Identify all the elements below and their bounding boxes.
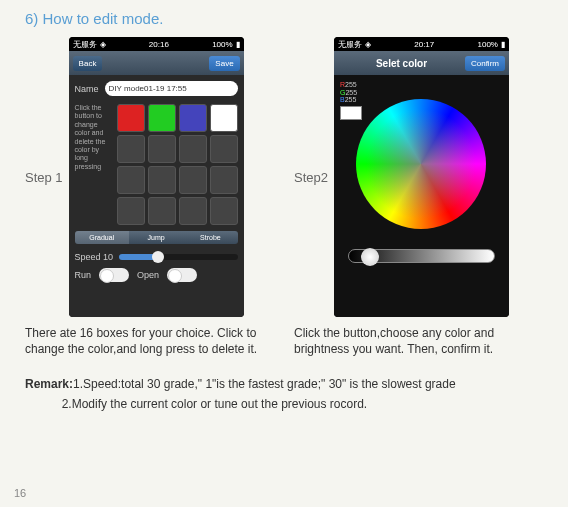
section-title: 6) How to edit mode. (25, 10, 543, 27)
phone-step2: 无服务 ◈ 20:17 100% ▮ Selet color Confirm (334, 37, 509, 317)
nav-bar: Back Save (69, 51, 244, 75)
brightness-slider[interactable] (348, 249, 495, 263)
color-cell-7[interactable] (179, 135, 207, 163)
hint-text: Click the button to change color and del… (75, 104, 113, 225)
steps-container: Step 1 无服务 ◈ 20:16 100% ▮ Back Save (25, 37, 543, 357)
color-cell-5[interactable] (117, 135, 145, 163)
rgb-display: R255 G255 B255 (340, 81, 362, 120)
color-cell-16[interactable] (210, 197, 238, 225)
remark-block: Remark:1.Speed:total 30 grade," 1"is the… (25, 375, 543, 413)
name-label: Name (75, 84, 99, 94)
color-cell-12[interactable] (210, 166, 238, 194)
remark-line1: 1.Speed:total 30 grade," 1"is the fastes… (73, 377, 456, 391)
color-cell-1[interactable] (117, 104, 145, 132)
save-button[interactable]: Save (209, 56, 239, 71)
tab-jump[interactable]: Jump (129, 231, 183, 244)
status-bar: 无服务 ◈ 20:16 100% ▮ (69, 37, 244, 51)
color-picker-content: R255 G255 B255 (334, 75, 509, 317)
color-cell-9[interactable] (117, 166, 145, 194)
color-swatch (340, 106, 362, 120)
step1-block: Step 1 无服务 ◈ 20:16 100% ▮ Back Save (25, 37, 274, 357)
step1-label: Step 1 (25, 170, 63, 185)
r-value: 255 (345, 81, 357, 88)
wifi-icon: ◈ (100, 40, 106, 49)
phone-step1: 无服务 ◈ 20:16 100% ▮ Back Save Name (69, 37, 244, 317)
color-cell-8[interactable] (210, 135, 238, 163)
run-toggle[interactable] (99, 268, 129, 282)
tab-gradual[interactable]: Gradual (75, 231, 129, 244)
step2-caption: Click the button,choose any color and br… (294, 325, 543, 357)
color-grid (117, 104, 238, 225)
nav-bar-2: Selet color Confirm (334, 51, 509, 75)
status-bar-2: 无服务 ◈ 20:17 100% ▮ (334, 37, 509, 51)
tab-strobe[interactable]: Strobe (183, 231, 237, 244)
run-label: Run (75, 270, 92, 280)
battery-text-2: 100% (478, 40, 498, 49)
color-wheel[interactable] (356, 99, 486, 229)
back-button[interactable]: Back (73, 56, 103, 71)
battery-text: 100% (212, 40, 232, 49)
color-cell-15[interactable] (179, 197, 207, 225)
color-cell-2[interactable] (148, 104, 176, 132)
wifi-icon-2: ◈ (365, 40, 371, 49)
transition-tabs: Gradual Jump Strobe (75, 231, 238, 244)
step1-caption: There ate 16 boxes for your choice. Clic… (25, 325, 274, 357)
step2-block: Step2 无服务 ◈ 20:17 100% ▮ Selet color (294, 37, 543, 357)
time-text: 20:16 (149, 40, 169, 49)
page-number: 16 (14, 487, 26, 499)
confirm-button[interactable]: Confirm (465, 56, 505, 71)
time-text-2: 20:17 (414, 40, 434, 49)
remark-label: Remark: (25, 377, 73, 391)
open-toggle[interactable] (167, 268, 197, 282)
g-value: 255 (345, 89, 357, 96)
color-cell-6[interactable] (148, 135, 176, 163)
speed-label: Speed 10 (75, 252, 114, 262)
carrier-text-2: 无服务 (338, 39, 362, 50)
nav-title: Selet color (376, 58, 427, 69)
color-cell-10[interactable] (148, 166, 176, 194)
color-cell-14[interactable] (148, 197, 176, 225)
color-cell-11[interactable] (179, 166, 207, 194)
battery-icon-2: ▮ (501, 40, 505, 49)
color-cell-4[interactable] (210, 104, 238, 132)
battery-icon: ▮ (236, 40, 240, 49)
color-cell-3[interactable] (179, 104, 207, 132)
name-input[interactable]: DIY mode01-19 17:55 (105, 81, 238, 96)
remark-line2: 2.Modify the current color or tune out t… (62, 397, 368, 411)
color-cell-13[interactable] (117, 197, 145, 225)
b-value: 255 (345, 96, 357, 103)
edit-content: Name DIY mode01-19 17:55 Click the butto… (69, 75, 244, 317)
speed-slider[interactable] (119, 254, 237, 260)
open-label: Open (137, 270, 159, 280)
carrier-text: 无服务 (73, 39, 97, 50)
step2-label: Step2 (294, 170, 328, 185)
